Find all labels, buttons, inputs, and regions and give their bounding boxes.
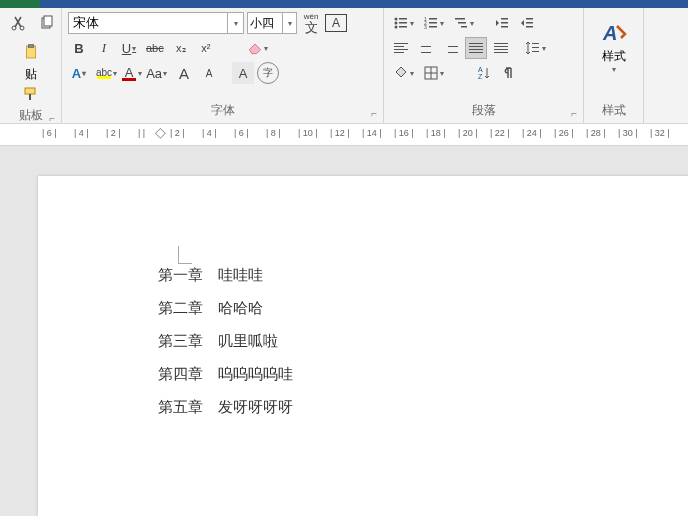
ruler-tick: | 10 | bbox=[298, 128, 318, 138]
paste-button[interactable] bbox=[17, 38, 45, 66]
show-marks-button[interactable] bbox=[498, 62, 520, 84]
svg-point-11 bbox=[395, 26, 398, 29]
svg-rect-5 bbox=[28, 45, 33, 48]
clipboard-dialog-launcher[interactable]: ⌐ bbox=[49, 113, 55, 124]
format-painter-icon[interactable] bbox=[20, 83, 42, 105]
svg-point-1 bbox=[20, 26, 24, 30]
ruler-tick: | | bbox=[138, 128, 145, 138]
doc-line[interactable]: 第一章哇哇哇 bbox=[158, 266, 688, 285]
ruler-tick: | 30 | bbox=[618, 128, 638, 138]
svg-rect-21 bbox=[461, 26, 467, 28]
highlight-button[interactable]: abc▾ bbox=[93, 62, 115, 84]
change-case-button[interactable]: Aa▾ bbox=[143, 62, 170, 84]
subscript-button[interactable]: x₂ bbox=[170, 37, 192, 59]
svg-rect-12 bbox=[399, 26, 407, 28]
svg-rect-27 bbox=[526, 26, 533, 28]
numbering-button[interactable]: 123▾ bbox=[420, 12, 447, 34]
font-color-button[interactable]: A▾ bbox=[118, 62, 140, 84]
chapter-label: 第五章 bbox=[158, 398, 218, 417]
svg-rect-3 bbox=[44, 16, 52, 26]
align-center-button[interactable] bbox=[415, 37, 437, 59]
ruler-tick: | 20 | bbox=[458, 128, 478, 138]
chapter-title: 发呀呀呀呀 bbox=[218, 398, 293, 417]
italic-button[interactable]: I bbox=[93, 37, 115, 59]
clear-format-button[interactable]: ▾ bbox=[243, 37, 273, 59]
align-right-button[interactable] bbox=[440, 37, 462, 59]
align-justify-button[interactable] bbox=[465, 37, 487, 59]
line-spacing-button[interactable]: ▾ bbox=[522, 37, 549, 59]
strike-button[interactable]: abc bbox=[143, 37, 167, 59]
svg-rect-8 bbox=[399, 18, 407, 20]
doc-line[interactable]: 第四章呜呜呜呜哇 bbox=[158, 365, 688, 384]
chapter-label: 第四章 bbox=[158, 365, 218, 384]
decrease-indent-button[interactable] bbox=[491, 12, 513, 34]
svg-text:Z: Z bbox=[478, 73, 483, 80]
doc-line[interactable]: 第五章发呀呀呀呀 bbox=[158, 398, 688, 417]
shading-button[interactable]: ▾ bbox=[390, 62, 417, 84]
ribbon: 贴 贴板⌐ ▾ ▾ wén文 A B I U▾ abc x₂ x² ▾ bbox=[0, 8, 688, 124]
char-border-button[interactable]: A bbox=[325, 14, 347, 32]
borders-button[interactable]: ▾ bbox=[420, 62, 447, 84]
ruler-tick: | 4 | bbox=[202, 128, 217, 138]
cut-icon[interactable] bbox=[8, 12, 30, 34]
group-font: ▾ ▾ wén文 A B I U▾ abc x₂ x² ▾ A▾ abc▾ A▾… bbox=[62, 8, 384, 123]
ruler-tick: | 22 | bbox=[490, 128, 510, 138]
shrink-font-button[interactable]: A bbox=[198, 62, 220, 84]
ruler-tick: | 26 | bbox=[554, 128, 574, 138]
horizontal-ruler[interactable]: ◇ | 6 || 4 || 2 || || 2 || 4 || 6 || 8 |… bbox=[0, 124, 688, 146]
paragraph-dialog-launcher[interactable]: ⌐ bbox=[571, 108, 577, 119]
chapter-title: 哈哈哈 bbox=[218, 299, 263, 318]
ruler-tick: | 6 | bbox=[42, 128, 57, 138]
svg-rect-6 bbox=[25, 88, 35, 94]
svg-rect-28 bbox=[532, 43, 539, 44]
styles-label: 样式 bbox=[602, 48, 626, 65]
text-effects-button[interactable]: A▾ bbox=[68, 62, 90, 84]
ruler-tick: | 32 | bbox=[650, 128, 670, 138]
font-size-dropdown[interactable]: ▾ bbox=[283, 12, 297, 34]
distributed-button[interactable] bbox=[490, 37, 512, 59]
copy-icon[interactable] bbox=[36, 12, 58, 34]
doc-line[interactable]: 第二章哈哈哈 bbox=[158, 299, 688, 318]
bullets-button[interactable]: ▾ bbox=[390, 12, 417, 34]
svg-rect-24 bbox=[501, 26, 508, 28]
ruler-tick: | 14 | bbox=[362, 128, 382, 138]
enclose-char-button[interactable]: 字 bbox=[257, 62, 279, 84]
page[interactable]: 第一章哇哇哇第二章哈哈哈第三章叽里呱啦第四章呜呜呜呜哇第五章发呀呀呀呀 bbox=[38, 176, 688, 516]
styles-dialog-launcher[interactable]: ⌐ bbox=[620, 108, 626, 119]
superscript-button[interactable]: x² bbox=[195, 37, 217, 59]
group-styles: A 样式 ▾ 样式⌐ bbox=[584, 8, 644, 123]
grow-font-button[interactable]: A bbox=[173, 62, 195, 84]
indent-marker-icon[interactable]: ◇ bbox=[155, 124, 166, 140]
font-name-combo[interactable]: ▾ bbox=[68, 12, 244, 34]
svg-rect-22 bbox=[501, 18, 508, 20]
multilevel-button[interactable]: ▾ bbox=[450, 12, 477, 34]
svg-rect-14 bbox=[429, 18, 437, 20]
font-name-input[interactable] bbox=[68, 12, 228, 34]
ruler-tick: | 2 | bbox=[170, 128, 185, 138]
doc-line[interactable]: 第三章叽里呱啦 bbox=[158, 332, 688, 351]
ruler-tick: | 4 | bbox=[74, 128, 89, 138]
font-name-dropdown[interactable]: ▾ bbox=[228, 12, 244, 34]
font-group-label: 字体 bbox=[211, 103, 235, 117]
increase-indent-button[interactable] bbox=[516, 12, 538, 34]
ruler-tick: | 16 | bbox=[394, 128, 414, 138]
ruler-tick: | 18 | bbox=[426, 128, 446, 138]
sort-button[interactable]: AZ bbox=[473, 62, 495, 84]
chapter-title: 叽里呱啦 bbox=[218, 332, 278, 351]
font-dialog-launcher[interactable]: ⌐ bbox=[371, 108, 377, 119]
styles-button[interactable]: A 样式 ▾ bbox=[593, 16, 635, 78]
char-shading-button[interactable]: A bbox=[232, 62, 254, 84]
svg-rect-26 bbox=[526, 22, 533, 24]
svg-rect-19 bbox=[455, 18, 465, 20]
svg-point-7 bbox=[395, 18, 398, 21]
underline-button[interactable]: U▾ bbox=[118, 37, 140, 59]
svg-rect-4 bbox=[26, 46, 35, 58]
align-left-button[interactable] bbox=[390, 37, 412, 59]
phonetic-guide-button[interactable]: wén文 bbox=[300, 12, 322, 34]
clipboard-group-label: 贴板 bbox=[19, 108, 43, 122]
font-size-combo[interactable]: ▾ bbox=[247, 12, 297, 34]
font-size-input[interactable] bbox=[247, 12, 283, 34]
bold-button[interactable]: B bbox=[68, 37, 90, 59]
svg-rect-29 bbox=[532, 47, 539, 48]
title-bar bbox=[0, 0, 688, 8]
